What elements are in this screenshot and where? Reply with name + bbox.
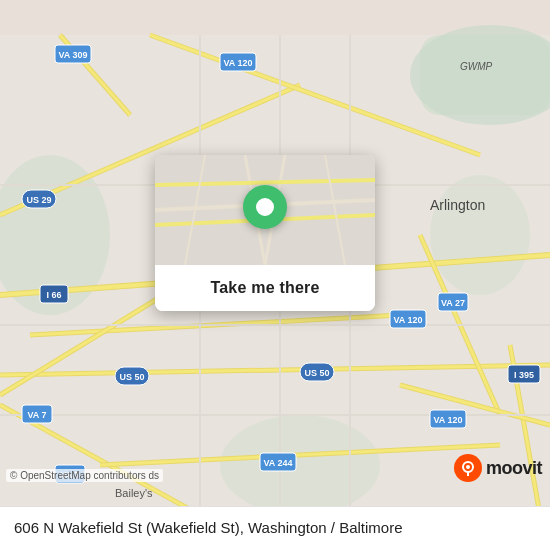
svg-point-4 — [430, 175, 530, 295]
svg-text:VA 244: VA 244 — [263, 458, 292, 468]
location-pin — [243, 185, 287, 229]
svg-text:US 50: US 50 — [304, 368, 329, 378]
moovit-svg-icon — [459, 459, 477, 477]
svg-text:VA 120: VA 120 — [223, 58, 252, 68]
moovit-brand-text: moovit — [486, 458, 542, 479]
svg-text:VA 309: VA 309 — [58, 50, 87, 60]
take-me-there-button[interactable]: Take me there — [155, 265, 375, 311]
svg-text:GWMP: GWMP — [460, 61, 493, 72]
svg-text:US 29: US 29 — [26, 195, 51, 205]
attribution-suffix: ds — [149, 470, 160, 481]
moovit-icon — [454, 454, 482, 482]
svg-text:I 395: I 395 — [514, 370, 534, 380]
svg-text:Bailey's: Bailey's — [115, 487, 153, 499]
pin-dot — [256, 198, 274, 216]
address-text: 606 N Wakefield St (Wakefield St), Washi… — [14, 517, 536, 538]
svg-point-5 — [220, 415, 380, 515]
svg-text:VA 7: VA 7 — [27, 410, 46, 420]
popup-card: Take me there — [155, 155, 375, 311]
svg-rect-2 — [420, 35, 550, 115]
svg-text:VA 27: VA 27 — [441, 298, 465, 308]
svg-text:US 50: US 50 — [119, 372, 144, 382]
svg-text:VA 120: VA 120 — [393, 315, 422, 325]
bottom-bar: 606 N Wakefield St (Wakefield St), Washi… — [0, 506, 550, 550]
moovit-logo: moovit — [454, 454, 542, 482]
svg-point-76 — [466, 465, 470, 469]
popup-map-inner — [155, 155, 375, 265]
map-attribution: © OpenStreetMap contributors ds — [6, 469, 163, 482]
svg-text:Arlington: Arlington — [430, 197, 485, 213]
svg-text:VA 120: VA 120 — [433, 415, 462, 425]
attribution-text: © OpenStreetMap contributors — [10, 470, 146, 481]
popup-map-area — [155, 155, 375, 265]
svg-text:I 66: I 66 — [46, 290, 61, 300]
map-container: VA 309 VA 120 US 29 I 66 I 66 VA 7 VA 7 … — [0, 0, 550, 550]
